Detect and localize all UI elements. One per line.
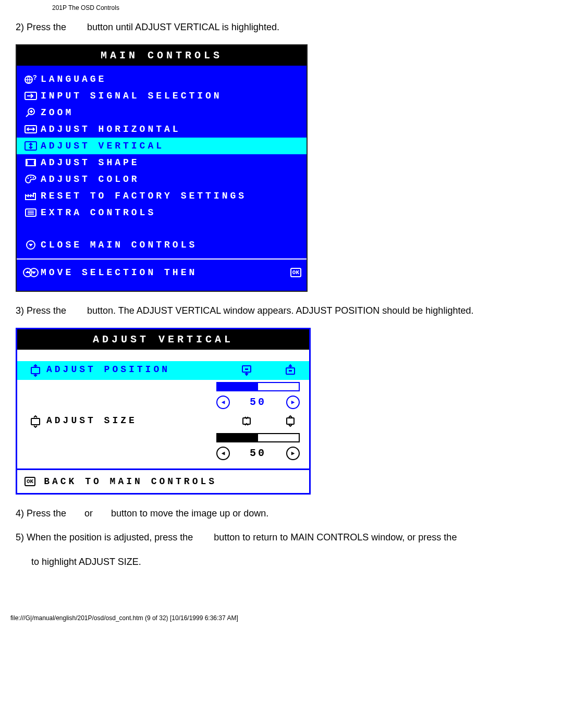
down-circle-icon — [21, 239, 41, 251]
adjust-position-row[interactable]: ADJUST POSITION — [17, 361, 309, 380]
position-icon — [25, 364, 46, 377]
position-value: 50 — [250, 396, 266, 408]
svg-rect-19 — [31, 367, 40, 374]
menu-item-adjust-color[interactable]: ADJUST COLOR — [17, 171, 307, 188]
osd2-back-row[interactable]: OK BACK TO MAIN CONTROLS — [17, 468, 309, 493]
adjust-size-row[interactable]: ADJUST SIZE — [17, 412, 309, 431]
size-icon — [25, 415, 46, 428]
globe-question-icon: ? — [21, 73, 41, 85]
size-progress-bar — [216, 433, 300, 442]
step-3-text: 3) Press the button. The ADJUST VERTICAL… — [16, 303, 547, 318]
position-slider-block: ◀ 50 ▶ — [17, 380, 309, 412]
menu-label: EXTRA CONTROLS — [41, 207, 301, 218]
menu-item-adjust-vertical[interactable]: ADJUST VERTICAL — [17, 138, 307, 154]
menu-label: ADJUST SHAPE — [41, 157, 301, 168]
osd-adjust-vertical: ADJUST VERTICAL ADJUST POSITION — [16, 328, 311, 495]
menu-label: ADJUST COLOR — [41, 174, 301, 184]
osd1-hint-row: MOVE SELECTION THEN OK — [17, 265, 307, 281]
adjust-size-label: ADJUST SIZE — [46, 415, 240, 426]
size-value: 50 — [250, 447, 266, 459]
osd1-title: MAIN CONTROLS — [17, 45, 307, 66]
position-down-icon — [240, 364, 253, 376]
left-arrow-button[interactable]: ◀ — [216, 396, 230, 409]
menu-label: LANGUAGE — [41, 74, 301, 84]
hint-label: MOVE SELECTION THEN — [41, 267, 287, 278]
menu-item-input-signal[interactable]: INPUT SIGNAL SELECTION — [17, 88, 307, 104]
svg-rect-26 — [289, 370, 292, 372]
magnifier-icon — [21, 107, 41, 118]
menu-label: INPUT SIGNAL SELECTION — [41, 91, 301, 101]
osd2-title: ADJUST VERTICAL — [17, 329, 309, 350]
svg-rect-30 — [287, 418, 294, 424]
menu-label: ZOOM — [41, 107, 301, 118]
menu-label: RESET TO FACTORY SETTINGS — [41, 191, 301, 201]
svg-point-10 — [30, 176, 32, 178]
menu-item-extra-controls[interactable]: EXTRA CONTROLS — [17, 204, 307, 221]
svg-point-9 — [28, 177, 29, 179]
size-shrink-icon — [240, 415, 253, 427]
right-arrow-button[interactable]: ▶ — [286, 447, 300, 460]
menu-item-close[interactable]: CLOSE MAIN CONTROLS — [17, 237, 307, 253]
input-signal-icon — [21, 91, 41, 101]
palette-icon — [21, 174, 41, 185]
close-label: CLOSE MAIN CONTROLS — [41, 240, 301, 250]
menu-item-reset-factory[interactable]: RESET TO FACTORY SETTINGS — [17, 188, 307, 204]
svg-point-11 — [33, 177, 34, 178]
menu-label: ADJUST HORIZONTAL — [41, 124, 301, 134]
step-2-text: 2) Press the button until ADJUST VERTICA… — [16, 20, 547, 35]
svg-rect-28 — [31, 418, 40, 425]
size-expand-icon — [284, 415, 297, 427]
list-icon — [21, 207, 41, 218]
step-4-text: 4) Press the or button to move the image… — [16, 506, 547, 521]
left-arrow-button[interactable]: ◀ — [216, 447, 230, 460]
step-5-text: 5) When the position is adjusted, press … — [16, 530, 547, 545]
svg-rect-23 — [245, 368, 248, 370]
page-footer-path: file:///G|/manual/english/201P/osd/osd_c… — [0, 595, 563, 627]
up-down-circles-icon — [21, 267, 41, 278]
size-slider-block: ◀ 50 ▶ — [17, 431, 309, 463]
menu-item-language[interactable]: ? LANGUAGE — [17, 71, 307, 88]
shape-icon — [21, 157, 41, 168]
page-header-title: 201P The OSD Controls — [16, 0, 547, 16]
vertical-arrows-icon — [21, 141, 41, 151]
right-arrow-button[interactable]: ▶ — [286, 396, 300, 409]
menu-item-zoom[interactable]: ZOOM — [17, 104, 307, 121]
menu-item-adjust-shape[interactable]: ADJUST SHAPE — [17, 154, 307, 171]
position-progress-bar — [216, 382, 300, 391]
ok-icon: OK — [290, 268, 301, 277]
factory-icon — [21, 191, 41, 201]
ok-icon: OK — [25, 477, 35, 486]
adjust-position-label: ADJUST POSITION — [46, 364, 240, 375]
step-5b-text: to highlight ADJUST SIZE. — [31, 554, 547, 570]
menu-item-adjust-horizontal[interactable]: ADJUST HORIZONTAL — [17, 121, 307, 138]
osd-main-controls: MAIN CONTROLS ? LANGUAGE INPUT SIGNAL SE… — [16, 44, 308, 292]
position-up-icon — [284, 364, 297, 376]
back-label: BACK TO MAIN CONTROLS — [44, 476, 217, 487]
svg-line-4 — [26, 114, 29, 117]
svg-text:?: ? — [33, 74, 38, 82]
menu-label: ADJUST VERTICAL — [41, 141, 301, 151]
horizontal-arrows-icon — [21, 124, 41, 134]
